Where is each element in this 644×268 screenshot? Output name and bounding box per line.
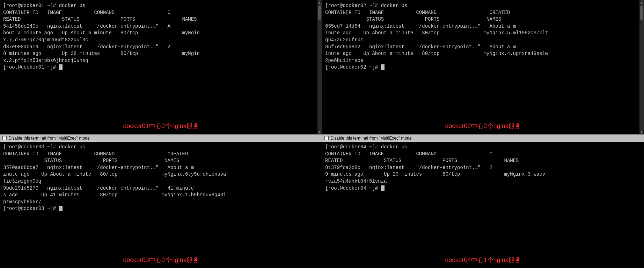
terminal-line: inute ago Up About a minute 80/tcp myNgi… xyxy=(325,30,548,36)
multiexec-label-docker04: Disable this terminal from "MultiExec" m… xyxy=(330,136,412,141)
multiexec-checkbox-docker04[interactable] xyxy=(324,136,329,140)
scroll-up-arrow[interactable]: ▲ xyxy=(639,0,644,4)
terminal-line: CONTAINER ID IMAGE COMMAND CREATED xyxy=(325,10,510,15)
terminal-line: 541458dc240c nginx:latest "/docker-entry… xyxy=(3,23,170,29)
terminal-prompt: [root@docker01 ~]# xyxy=(3,64,59,70)
terminal-line: 85f7ec95a802 nginx:latest "/docker-entry… xyxy=(325,44,516,50)
terminal-line: REATED STATUS PORTS NAMES xyxy=(325,158,519,163)
terminal-line: 2pe6builtmspe xyxy=(325,58,363,63)
terminal-prompt: [root@docker03 ~]# xyxy=(3,206,59,211)
terminal-pane-docker01[interactable]: [root@docker01 ~]# docker ps CONTAINER I… xyxy=(0,0,322,134)
scroll-up-arrow[interactable]: ▲ xyxy=(317,0,322,4)
terminal-line: x.7.d7m97qr70qjm2u6dt82zgul3c xyxy=(3,37,88,43)
multiexec-bar-docker04: Disable this terminal from "MultiExec" m… xyxy=(322,134,644,142)
annotation-docker03: docker03中有2个nginx服务 xyxy=(0,253,322,268)
terminal-output-docker01: [root@docker01 ~]# docker ps CONTAINER I… xyxy=(0,0,322,119)
multiexec-bar-docker03: Disable this terminal from "MultiExec" m… xyxy=(0,134,322,142)
terminal-cursor xyxy=(381,64,385,70)
terminal-line: inute ago Up About a minute 80/tcp myNgi… xyxy=(3,171,226,177)
annotation-docker01: docker01中有2个nginx服务 xyxy=(0,119,322,134)
terminal-output-docker03: [root@docker03 ~]# docker ps CONTAINER I… xyxy=(0,142,322,253)
terminal-line: gu47au2nufrpr xyxy=(325,37,363,43)
terminal-output-docker04: [root@docker04 ~]# docker ps CONTAINER I… xyxy=(322,142,644,253)
terminal-line: STATUS PORTS NAMES xyxy=(3,158,179,163)
terminal-line: bout a minute ago Up About a minute 80/t… xyxy=(3,30,200,36)
annotation-docker02: docker02中有2个nginx服务 xyxy=(322,119,644,134)
scroll-down-arrow[interactable]: ▼ xyxy=(639,130,644,134)
terminal-line: fic3zwzgdn0oq xyxy=(3,178,41,184)
terminal-prompt: [root@docker04 ~]# xyxy=(325,185,381,191)
terminal-line: inute ago Up About a minute 80/tcp myNgi… xyxy=(325,51,548,56)
terminal-line: [root@docker01 ~]# docker ps xyxy=(3,3,85,8)
scrollbar-docker01[interactable]: ▲ ▼ xyxy=(317,0,322,134)
terminal-line: d87e908a0ac9 nginx:latest "/docker-entry… xyxy=(3,44,170,50)
annotation-docker04: docker04中有1个nginx服务 xyxy=(322,253,644,268)
multiexec-checkbox-docker03[interactable] xyxy=(2,136,7,140)
terminal-cursor xyxy=(59,206,63,211)
terminal-cursor xyxy=(381,185,385,191)
terminal-line: x.2.pffqlh53ejpbs6jhnscj0uhsq xyxy=(3,58,88,63)
terminal-cursor xyxy=(59,64,63,70)
terminal-line: CONTAINER ID IMAGE COMMAND C xyxy=(3,10,170,15)
terminal-line: [root@docker03 ~]# docker ps xyxy=(3,144,85,150)
terminal-line: CONTAINER ID IMAGE COMMAND C xyxy=(325,151,492,157)
scrollbar-thumb[interactable] xyxy=(318,6,321,20)
terminal-line: CONTAINER ID IMAGE COMMAND CREATED xyxy=(3,151,188,157)
terminal-line: rvza54a4ankt04r5lvnza xyxy=(325,178,387,184)
terminal-line: 9bdc291d5270 nginx:latest "/docker-entry… xyxy=(3,185,194,191)
terminal-line: s ago Up 41 minutes 80/tcp myNginx.1.b9b… xyxy=(3,192,226,198)
terminal-line: 3570aad8dce7 nginx:latest "/docker-entry… xyxy=(3,165,194,170)
terminal-pane-docker03[interactable]: Disable this terminal from "MultiExec" m… xyxy=(0,134,322,268)
terminal-prompt: [root@docker02 ~]# xyxy=(325,64,381,70)
terminal-line: 81379fca2b8c nginx:latest "/docker-entry… xyxy=(325,165,492,170)
terminal-line: ptwsqpyb9k6r7 xyxy=(3,199,41,205)
scrollbar-docker02[interactable]: ▲ ▼ xyxy=(639,0,644,134)
terminal-line: REATED STATUS PORTS NAMES xyxy=(3,16,197,22)
terminal-line: 655ed7f14d54 nginx:latest "/docker-entry… xyxy=(325,23,516,29)
terminal-line: [root@docker04 ~]# docker ps xyxy=(325,144,407,150)
terminal-pane-docker04[interactable]: Disable this terminal from "MultiExec" m… xyxy=(322,134,644,268)
terminal-line: [root@docker02 ~]# docker ps xyxy=(325,3,407,8)
scrollbar-thumb[interactable] xyxy=(640,6,643,20)
multiexec-label-docker03: Disable this terminal from "MultiExec" m… xyxy=(8,136,90,141)
scroll-down-arrow[interactable]: ▼ xyxy=(317,130,322,134)
terminal-pane-docker02[interactable]: [root@docker02 ~]# docker ps CONTAINER I… xyxy=(322,0,644,134)
terminal-line: 8 minutes ago Up 28 minutes 80/tcp myNgi… xyxy=(3,51,200,56)
terminal-line: 9 minutes ago Up 29 minutes 80/tcp myNgi… xyxy=(325,171,545,177)
terminal-output-docker02: [root@docker02 ~]# docker ps CONTAINER I… xyxy=(322,0,644,119)
terminal-line: STATUS PORTS NAMES xyxy=(325,16,501,22)
